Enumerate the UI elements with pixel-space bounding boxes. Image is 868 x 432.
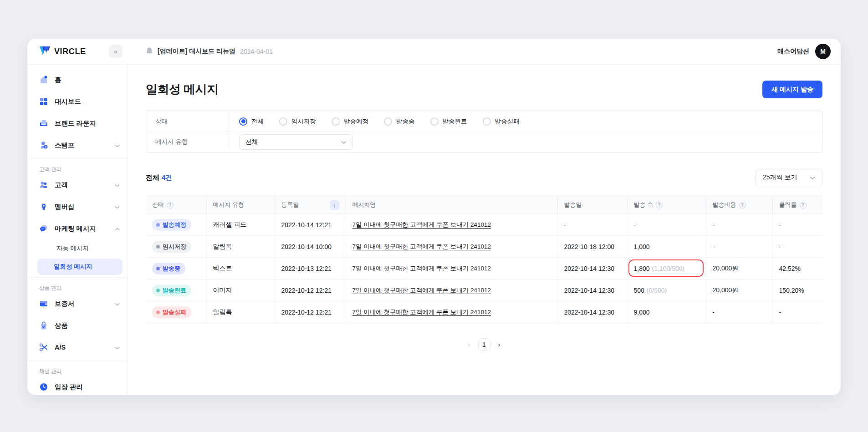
page-size-select[interactable]: 25개씩 보기 [756,169,822,186]
help-icon[interactable]: ? [800,202,807,208]
sent-at-cell: - [557,214,627,236]
sidebar-item-label: 홈 [55,76,61,84]
count-cell: 500(0/500) [627,280,706,301]
status-radio-sending[interactable]: 발송중 [384,117,415,126]
column-label: 상태 [152,201,164,209]
column-label: 발송비용 [713,201,736,209]
sidebar-item-marketing-message[interactable]: 마케팅 메시지 [27,218,127,239]
status-radio-scheduled[interactable]: 발송예정 [332,117,368,126]
sent-at-cell: 2022-10-18 12:00 [557,236,627,258]
sidebar-item-home[interactable]: 홈 [27,69,127,91]
radio-icon [483,117,491,126]
sidebar-item-stamp[interactable]: 고객 스탬프 [27,134,127,156]
chevron-down-icon [115,300,120,307]
ctr-cell: 150.20% [772,280,822,301]
status-dot-icon [156,289,160,292]
status-filter-options: 전체 임시저장 발송예정 발송중 [229,111,822,132]
status-badge: 발송중 [152,263,185,274]
column-label: 발송일 [564,201,582,209]
status-cell: 임시저장 [146,236,206,258]
page-number-button[interactable]: 1 [478,338,490,351]
help-icon[interactable]: ? [656,202,663,208]
help-icon[interactable]: ? [167,202,174,208]
cost-cell: 20,000원 [706,258,772,280]
sort-descending-icon[interactable]: ↓ [330,200,339,210]
chevron-down-icon [115,203,120,210]
announcement-banner[interactable]: [업데이트] 대시보드 리뉴얼 2024-04-01 [146,47,273,56]
previous-page-button[interactable]: ‹ [466,340,472,349]
type-cell: 이미지 [206,280,275,301]
sidebar-item-as[interactable]: A/S [27,336,127,358]
sidebar-item-label: 보증서 [55,300,75,308]
help-icon[interactable]: ? [739,202,746,208]
sidebar-item-product[interactable]: 상품 [27,315,127,336]
brand-logo[interactable]: VIRCLE [39,46,86,57]
status-radio-done[interactable]: 발송완료 [430,117,467,126]
ctr-cell: - [772,236,822,258]
sidebar-item-entrance[interactable]: 입장 관리 [27,376,127,395]
chevron-down-icon [341,139,347,146]
message-link[interactable]: 7일 이내에 첫구매한 고객에게 쿠폰 보내기 241012 [352,243,491,250]
status-cell: 발송완료 [146,280,206,301]
vircle-logo-icon [39,46,51,57]
sidebar-item-warranty[interactable]: 보증서 [27,293,127,315]
sidebar-item-membership[interactable]: 멤버십 [27,196,127,218]
type-filter-select[interactable]: 전체 [239,134,353,150]
message-link[interactable]: 7일 이내에 첫구매한 고객에게 쿠폰 보내기 241012 [352,221,491,228]
count-breakdown: (1,100/500) [652,265,685,272]
status-badge: 임시저장 [152,241,191,253]
status-dot-icon [156,310,160,314]
radio-icon [332,117,340,126]
column-header-count: 발송 수? [627,196,706,214]
main-content: 일회성 메시지 새 메시지 발송 상태 전체 임시저장 [128,65,841,395]
radio-label: 발송완료 [443,117,467,126]
message-link[interactable]: 7일 이내에 첫구매한 고객에게 쿠폰 보내기 241012 [352,287,491,294]
message-link[interactable]: 7일 이내에 첫구매한 고객에게 쿠폰 보내기 241012 [352,309,491,315]
sidebar-item-label: 대시보드 [55,97,81,106]
sidebar-subitem-onetime-message[interactable]: 일회성 메시지 [37,259,123,275]
column-header-cost: 발송비용? [706,196,772,214]
registered-cell: 2022-10-13 12:21 [275,258,346,280]
status-dot-icon [156,245,160,249]
column-label: 발송 수 [634,201,654,209]
sent-at-cell: 2022-10-14 12:30 [557,301,627,323]
column-header-ctr: 클릭률? [772,196,822,214]
new-message-button[interactable]: 새 메시지 발송 [762,81,822,98]
ctr-cell: - [772,301,822,323]
cost-cell: - [706,214,772,236]
home-icon [39,75,48,84]
next-page-button[interactable]: › [496,340,502,349]
sidebar-item-label: 마케팅 메시지 [55,224,96,233]
name-cell: 7일 이내에 첫구매한 고객에게 쿠폰 보내기 241012 [346,214,557,236]
radio-icon [279,117,287,126]
page-size-value: 25개씩 보기 [763,173,797,182]
top-bar: VIRCLE « [업데이트] 대시보드 리뉴얼 2024-04-01 매스어답… [27,39,841,65]
table-row: 발송실패 알림톡 2022-10-12 12:21 7일 이내에 첫구매한 고객… [146,301,822,323]
sidebar-subitem-auto-message[interactable]: 자동 메시지 [27,239,127,258]
status-radio-fail[interactable]: 발송실패 [483,117,520,126]
ctr-cell: - [772,214,822,236]
ctr-cell: 42.52% [772,258,822,280]
count-breakdown: (0/500) [647,287,667,294]
scissors-icon [39,343,48,352]
status-filter-label: 상태 [146,111,229,132]
sidebar-section-customer: 고객 관리 [27,159,127,174]
type-cell: 알림톡 [206,301,275,323]
sidebar-item-customers[interactable]: 고객 [27,174,127,196]
status-radio-draft[interactable]: 임시저장 [279,117,316,126]
sidebar-item-dashboard[interactable]: 대시보드 [27,91,127,112]
cost-cell: 20,000원 [706,280,772,301]
account-menu[interactable]: 매스어답션 M [777,44,841,59]
sidebar-item-label: 스탬프 [55,141,75,150]
registered-cell: 2022-10-12 12:21 [275,301,346,323]
table-row: 임시저장 알림톡 2022-10-14 10:00 7일 이내에 첫구매한 고객… [146,236,822,258]
sidebar-item-brand-lounge[interactable]: 브랜드 라운지 [27,112,127,134]
status-radio-all[interactable]: 전체 [239,117,264,126]
status-badge: 발송완료 [152,285,191,296]
sidebar-collapse-button[interactable]: « [109,45,123,58]
radio-icon [430,117,439,126]
chevron-up-icon [115,225,120,232]
message-link[interactable]: 7일 이내에 첫구매한 고객에게 쿠폰 보내기 241012 [352,265,491,272]
sidebar-item-label: 상품 [55,321,68,330]
table-row: 발송중 텍스트 2022-10-13 12:21 7일 이내에 첫구매한 고객에… [146,258,822,280]
